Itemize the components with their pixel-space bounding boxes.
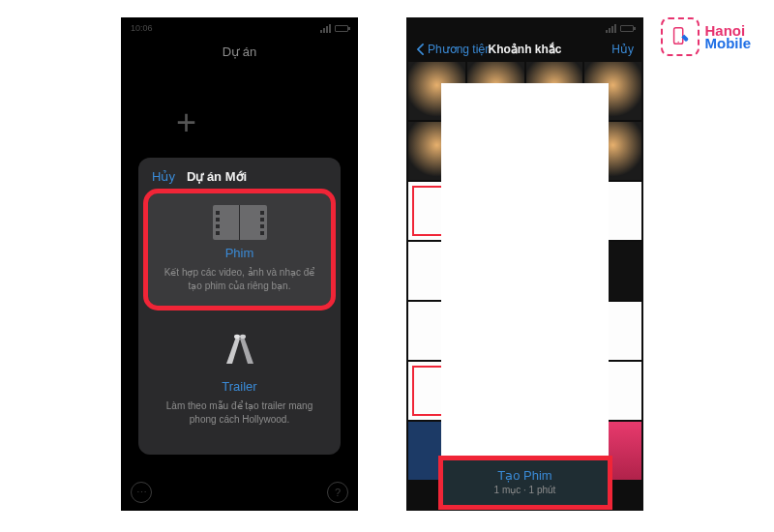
highlight-box: [438, 456, 612, 510]
brand-text-b: Mobile: [705, 36, 752, 50]
film-strip-icon: [213, 205, 267, 240]
movie-option-card[interactable]: Phim Kết hợp các video, ảnh và nhạc để t…: [148, 193, 331, 306]
signal-icon: [320, 24, 331, 33]
new-project-sheet: Hủy Dự án Mới Phim Kết hợp các video, ản…: [138, 158, 341, 455]
picker-nav-bar: Phương tiện Khoảnh khắc Hủy: [406, 39, 643, 62]
page-title: Dự án: [121, 39, 358, 69]
plus-icon: +: [176, 103, 196, 143]
more-button[interactable]: ⋯: [131, 482, 152, 503]
new-project-button[interactable]: +: [140, 76, 232, 168]
screenshot-left-new-project: 10:06 Dự án + Hủy Dự án Mới Phim: [121, 17, 358, 511]
trailer-option-card[interactable]: Trailer Làm theo mẫu để tạo trailer mang…: [148, 319, 331, 439]
watermark-logo: Hanoi Mobile: [661, 17, 752, 56]
phone-spanner-icon: [661, 17, 700, 56]
status-bar: 10:06: [121, 17, 358, 39]
status-bar: [406, 17, 643, 39]
selection-preview: [441, 83, 609, 456]
chevron-left-icon: [416, 44, 425, 55]
svg-point-3: [240, 335, 246, 339]
signal-icon: [606, 24, 616, 33]
battery-icon: [335, 25, 348, 32]
svg-point-2: [234, 335, 240, 339]
sheet-title: Dự án Mới: [187, 169, 247, 184]
screenshot-right-media-picker: Phương tiện Khoảnh khắc Hủy: [406, 17, 643, 511]
back-label: Phương tiện: [428, 43, 491, 56]
battery-icon: [620, 25, 634, 32]
back-button[interactable]: Phương tiện: [416, 43, 491, 56]
create-movie-button[interactable]: Tạo Phim 1 mục · 1 phút: [443, 460, 608, 505]
help-button[interactable]: ?: [327, 482, 348, 503]
movie-option-desc: Kết hợp các video, ảnh và nhạc để tạo ph…: [158, 266, 321, 292]
trailer-option-label: Trailer: [222, 379, 256, 394]
svg-point-1: [677, 42, 678, 43]
spotlight-icon: [217, 331, 263, 373]
cancel-button[interactable]: Hủy: [152, 169, 175, 184]
movie-option-label: Phim: [225, 246, 254, 260]
trailer-option-desc: Làm theo mẫu để tạo trailer mang phong c…: [158, 399, 321, 426]
status-time: 10:06: [131, 23, 153, 33]
cancel-button[interactable]: Hủy: [611, 43, 634, 56]
